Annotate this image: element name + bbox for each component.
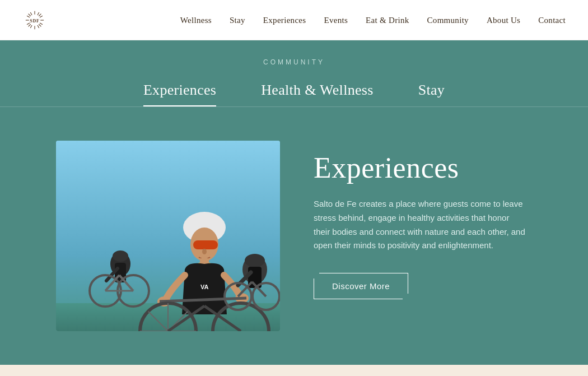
svg-line-15 (30, 25, 32, 28)
nav-item-eat-drink[interactable]: Eat & Drink (366, 15, 409, 25)
content-image: VA (56, 141, 280, 331)
nav-links-list: Wellness Stay Experiences Events Eat & D… (180, 15, 566, 25)
svg-line-12 (27, 22, 30, 24)
svg-line-11 (40, 16, 43, 17)
main-nav: SDF Wellness Stay Experiences Events Eat… (0, 0, 588, 40)
svg-line-13 (27, 16, 30, 17)
community-section: COMMUNITY Experiences Health & Wellness … (0, 40, 588, 106)
svg-line-14 (38, 25, 39, 28)
nav-item-community[interactable]: Community (427, 15, 469, 25)
community-label: COMMUNITY (0, 58, 588, 66)
svg-line-5 (39, 24, 41, 26)
tab-health-wellness[interactable]: Health & Wellness (261, 82, 373, 106)
svg-line-4 (29, 13, 31, 16)
nav-item-wellness[interactable]: Wellness (180, 15, 212, 25)
svg-line-9 (30, 12, 32, 15)
content-section: VA (0, 106, 588, 365)
tab-stay[interactable]: Stay (418, 82, 445, 106)
svg-line-10 (40, 22, 43, 24)
content-text-block: Experiences Salto de Fe creates a place … (314, 141, 526, 299)
svg-rect-32 (193, 240, 218, 249)
nav-item-events[interactable]: Events (324, 15, 348, 25)
svg-point-20 (113, 250, 128, 262)
discover-more-button[interactable]: Discover More (314, 273, 408, 299)
tabs-container: Experiences Health & Wellness Stay (0, 82, 588, 106)
svg-line-6 (39, 13, 41, 16)
svg-point-33 (202, 249, 207, 254)
svg-line-7 (29, 24, 31, 26)
nav-item-contact[interactable]: Contact (538, 15, 566, 25)
svg-text:SDF: SDF (30, 18, 39, 23)
tab-experiences[interactable]: Experiences (143, 82, 216, 106)
content-body: Salto de Fe creates a place where guests… (314, 197, 526, 253)
content-title: Experiences (314, 152, 526, 184)
nav-item-stay[interactable]: Stay (230, 15, 245, 25)
svg-point-48 (245, 254, 265, 267)
nav-item-about[interactable]: About Us (487, 15, 520, 25)
site-logo[interactable]: SDF (22, 8, 47, 33)
svg-text:VA: VA (200, 284, 209, 290)
svg-line-8 (38, 12, 39, 15)
nav-item-experiences[interactable]: Experiences (263, 15, 306, 25)
